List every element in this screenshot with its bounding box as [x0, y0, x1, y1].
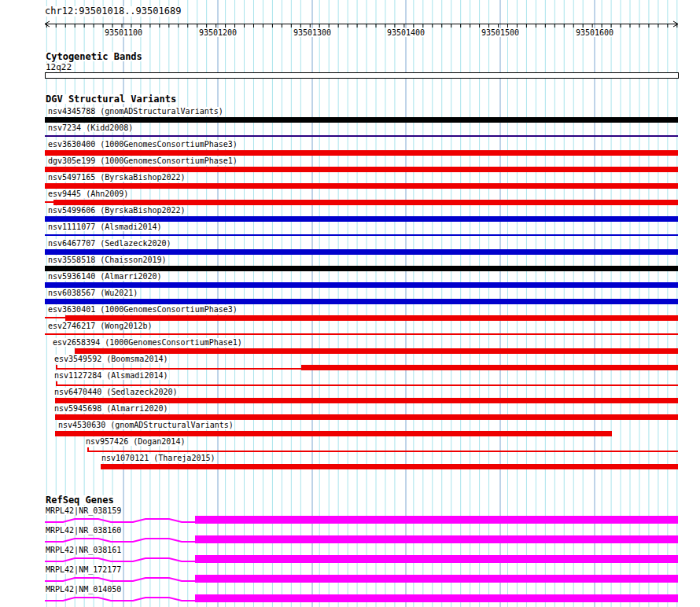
variant-label-esv2658394: esv2658394 (1000GenomesConsortiumPhase1) [52, 338, 243, 347]
variant-bar-nsv4530630[interactable] [55, 431, 612, 436]
variant-label-nsv1070121: nsv1070121 (Thareja2015) [101, 454, 216, 462]
gene-exon-bar[interactable] [195, 516, 678, 524]
variant-label-nsv5945698: nsv5945698 (Almarri2020) [53, 404, 169, 413]
ruler-tick-label: 93501300 [293, 28, 331, 37]
cytoband-name-label: 12q22 [45, 63, 72, 72]
gene-exon-bar[interactable] [195, 535, 678, 543]
variant-label-nsv6470440: nsv6470440 (Sedlazeck2020) [53, 388, 179, 396]
ruler-tick-label: 93501500 [481, 28, 519, 37]
variant-bar-nsv6467707[interactable] [45, 249, 678, 255]
variant-label-nsv5936140: nsv5936140 (Almarri2020) [47, 272, 163, 281]
variant-line-nsv1127284[interactable] [56, 384, 678, 386]
variant-line-esv3549592[interactable] [56, 368, 301, 370]
section-title-cytogenetic-bands: Cytogenetic Bands [45, 52, 143, 61]
variant-label-nsv1111077: nsv1111077 (Alsmadi2014) [47, 223, 163, 231]
variant-label-esv3630401: esv3630401 (1000GenomesConsortiumPhase3) [47, 305, 238, 314]
variant-label-nsv5499606: nsv5499606 (ByrskaBishop2022) [47, 206, 186, 215]
variant-bar-nsv3558518[interactable] [45, 266, 678, 271]
gene-exon-bar[interactable] [195, 555, 678, 563]
variant-label-nsv957426: nsv957426 (Dogan2014) [85, 437, 186, 446]
variant-label-esv3549592: esv3549592 (Boomsma2014) [53, 355, 169, 363]
variant-bar-esv3630401[interactable] [65, 315, 678, 321]
variant-line-nsv1111077[interactable] [45, 234, 678, 236]
variant-label-nsv7234: nsv7234 (Kidd2008) [47, 123, 134, 132]
variant-bar-nsv5945698[interactable] [55, 414, 678, 420]
ruler-tick-label: 93501200 [199, 28, 237, 37]
variant-label-dgv305e199: dgv305e199 (1000GenomesConsortiumPhase1) [47, 156, 238, 165]
variant-line-nsv957426[interactable] [87, 451, 678, 452]
variant-bar-nsv4345788[interactable] [45, 117, 678, 123]
ruler-tick-label: 93501400 [387, 28, 425, 37]
variant-bar-nsv1070121[interactable] [101, 464, 678, 469]
variant-bar-esv3630400[interactable] [45, 150, 678, 156]
variant-bar-esv2658394[interactable] [75, 348, 678, 354]
variant-label-nsv1127284: nsv1127284 (Alsmadi2014) [53, 371, 169, 380]
variant-bar-nsv6470440[interactable] [55, 398, 678, 403]
variant-label-nsv6038567: nsv6038567 (Wu2021) [47, 289, 138, 297]
cytoband-12q22[interactable] [45, 72, 679, 79]
variant-label-nsv3558518: nsv3558518 (Chaisson2019) [47, 256, 168, 264]
variant-bar-dgv305e199[interactable] [45, 167, 678, 172]
gene-exon-bar[interactable] [195, 575, 678, 583]
variant-line-esv3630401[interactable] [45, 317, 65, 318]
gene-label: MRPL42|NR_038159 [45, 506, 122, 515]
ruler-tick-label: 93501600 [576, 28, 613, 37]
variant-label-esv9445: esv9445 (Ahn2009) [47, 189, 129, 198]
variant-label-nsv4530630: nsv4530630 (gnomADStructuralVariants) [57, 421, 234, 429]
variant-label-nsv5497165: nsv5497165 (ByrskaBishop2022) [47, 173, 186, 182]
gene-label: MRPL42|NR_038160 [45, 526, 122, 535]
variant-line-esv2746217[interactable] [45, 333, 678, 335]
section-title-dgv-structural-variants: DGV Structural Variants [45, 94, 177, 104]
gene-label: MRPL42|NM_014050 [45, 585, 122, 594]
section-title-refseq-genes: RefSeq Genes [45, 495, 115, 505]
gene-label: MRPL42|NR_038161 [45, 546, 122, 554]
variant-label-esv2746217: esv2746217 (Wong2012b) [47, 322, 153, 330]
variant-bar-esv9445[interactable] [53, 200, 678, 205]
genome-browser-view: chr12:93501018..93501689 935011009350120… [0, 0, 700, 607]
variant-line-esv9445[interactable] [45, 201, 53, 203]
gene-exon-bar[interactable] [195, 594, 678, 602]
variant-label-nsv4345788: nsv4345788 (gnomADStructuralVariants) [47, 107, 224, 116]
variant-label-nsv6467707: nsv6467707 (Sedlazeck2020) [47, 239, 172, 248]
ruler-tick-label: 93501100 [105, 28, 142, 37]
variant-bar-nsv5497165[interactable] [45, 183, 678, 189]
variant-bar-nsv5936140[interactable] [45, 282, 678, 288]
variant-line-nsv7234[interactable] [45, 135, 678, 137]
region-label: chr12:93501018..93501689 [45, 6, 181, 17]
variant-bar-esv3549592[interactable] [301, 365, 678, 370]
variant-bar-nsv6038567[interactable] [45, 299, 678, 304]
variant-bar-nsv5499606[interactable] [45, 216, 678, 222]
variant-label-esv3630400: esv3630400 (1000GenomesConsortiumPhase3) [47, 140, 238, 149]
gene-label: MRPL42|NM_172177 [45, 565, 122, 574]
